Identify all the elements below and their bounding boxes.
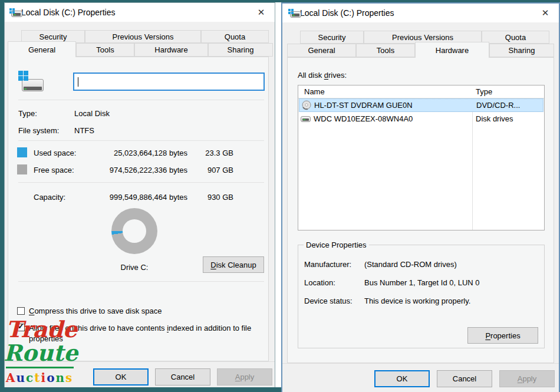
tab-hardware[interactable]: Hardware	[134, 43, 208, 57]
volume-drive-icon	[18, 71, 44, 93]
ok-button[interactable]: OK	[93, 368, 149, 386]
left-titlebar: Local Disk (C:) Properties ✕	[5, 3, 275, 22]
frame-top	[0, 0, 560, 2]
device-status-value: This device is working properly.	[364, 297, 470, 305]
tab-general[interactable]: General	[287, 44, 356, 57]
used-space-swatch	[17, 147, 27, 157]
left-properties-dialog: Local Disk (C:) Properties ✕ Security Pr…	[4, 2, 275, 389]
tab-general[interactable]: General	[8, 41, 76, 57]
cd-drive-icon	[301, 100, 312, 111]
checkmark-icon: ✓	[18, 322, 24, 331]
window-title: Local Disk (C:) Properties	[300, 8, 394, 18]
disk-drive-icon	[288, 9, 301, 18]
drive-label: Drive C:	[105, 263, 164, 272]
used-space-size: 23.3 GB	[187, 149, 233, 157]
ok-button[interactable]: OK	[374, 370, 430, 387]
list-header: Name Type	[298, 85, 544, 98]
device-status-label: Device status:	[304, 297, 353, 305]
filesystem-value: NTFS	[74, 126, 94, 135]
free-space-swatch	[17, 164, 27, 174]
disk-cleanup-button[interactable]: Disk Cleanup	[203, 256, 264, 273]
capacity-label: Capacity:	[34, 193, 65, 202]
filesystem-label: File system:	[18, 126, 59, 135]
tab-hardware[interactable]: Hardware	[415, 42, 489, 58]
window-title: Local Disk (C:) Properties	[21, 8, 116, 17]
cancel-button[interactable]: Cancel	[155, 368, 210, 386]
close-icon[interactable]: ✕	[253, 5, 269, 19]
tab-quota[interactable]: Quota	[201, 30, 269, 43]
column-header-type[interactable]: Type	[476, 87, 492, 96]
index-checkbox-label: Allow files on this drive to have conten…	[29, 323, 263, 344]
tab-tools[interactable]: Tools	[76, 43, 134, 57]
divider	[18, 100, 264, 100]
manufacturer-label: Manufacturer:	[304, 260, 351, 269]
compress-checkbox-label: Compress this drive to save disk space	[29, 307, 162, 315]
compress-checkbox[interactable]	[17, 307, 25, 315]
drive-name: WDC WD10EZEX-08WN4A0	[314, 114, 413, 123]
drive-row-hdd[interactable]: WDC WD10EZEX-08WN4A0 Disk drives	[299, 112, 543, 126]
drive-name: HL-DT-ST DVDRAM GUE0N	[314, 101, 413, 110]
manufacturer-value: (Standard CD-ROM drives)	[364, 260, 457, 269]
type-value: Local Disk	[74, 109, 110, 118]
drive-row-dvd[interactable]: HL-DT-ST DVDRAM GUE0N DVD/CD-R...	[299, 98, 543, 112]
volume-label-input[interactable]	[73, 73, 265, 91]
type-label: Type:	[18, 109, 37, 118]
divider	[18, 140, 264, 141]
tab-previous-versions[interactable]: Previous Versions	[85, 30, 201, 43]
free-space-label: Free space:	[34, 166, 74, 174]
used-space-bytes: 25,023,664,128 bytes	[93, 149, 187, 157]
device-properties-group: Device Properties Manufacturer: (Standar…	[298, 245, 545, 348]
right-titlebar: Local Disk (C:) Properties ✕	[282, 4, 559, 22]
disk-drive-icon	[9, 8, 22, 18]
close-icon[interactable]: ✕	[538, 6, 553, 20]
disk-drives-list[interactable]: Name Type HL-DT-ST DVDRAM GUE0N DVD/CD-R…	[298, 85, 545, 230]
capacity-size: 930 GB	[187, 193, 233, 202]
frame-bottom	[0, 387, 281, 392]
tab-quota[interactable]: Quota	[482, 31, 549, 44]
drive-type: DVD/CD-R...	[476, 101, 520, 110]
drive-type: Disk drives	[476, 114, 513, 123]
hard-drive-icon	[301, 114, 311, 124]
free-space-bytes: 974,526,222,336 bytes	[93, 166, 187, 174]
group-title: Device Properties	[304, 241, 369, 249]
capacity-donut-hole	[123, 219, 146, 243]
properties-button[interactable]: Properties	[467, 327, 538, 344]
right-properties-dialog: Local Disk (C:) Properties ✕ Security Pr…	[281, 2, 560, 392]
used-space-label: Used space:	[34, 149, 76, 157]
divider	[18, 182, 264, 183]
cancel-button[interactable]: Cancel	[437, 370, 492, 387]
tab-security[interactable]: Security	[300, 31, 364, 44]
apply-button: Apply	[217, 368, 272, 386]
location-label: Location:	[304, 278, 335, 287]
free-space-size: 907 GB	[187, 166, 233, 174]
all-disk-drives-label: All disk drives:	[298, 71, 347, 80]
apply-button: Apply	[499, 370, 555, 387]
column-header-name[interactable]: Name	[304, 87, 325, 96]
capacity-bytes: 999,549,886,464 bytes	[93, 193, 187, 202]
index-checkbox[interactable]: ✓	[17, 324, 25, 331]
divider	[18, 281, 264, 282]
frame-left	[0, 0, 4, 392]
tab-tools[interactable]: Tools	[356, 44, 415, 57]
tab-sharing[interactable]: Sharing	[489, 44, 554, 57]
tab-sharing[interactable]: Sharing	[208, 43, 273, 57]
location-value: Bus Number 1, Target Id 0, LUN 0	[364, 278, 480, 287]
